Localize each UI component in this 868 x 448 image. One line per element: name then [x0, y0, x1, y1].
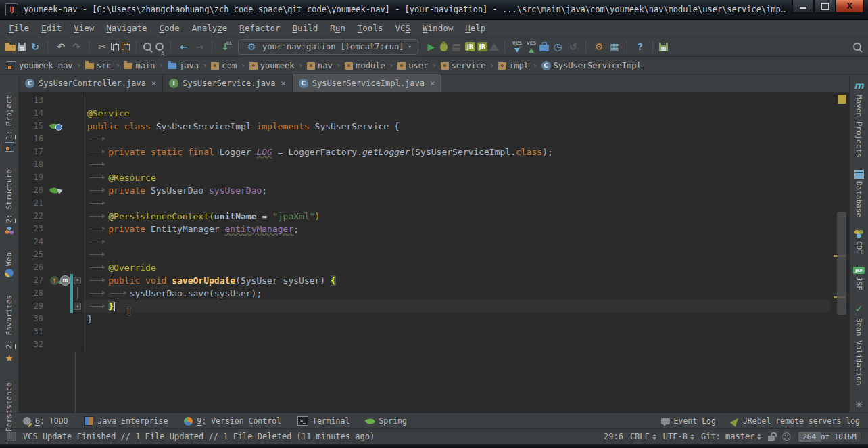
menu-view[interactable]: View [68, 21, 100, 35]
tool-button-2-structure[interactable]: 2: Structure [5, 169, 14, 234]
inspection-status-icon[interactable] [838, 95, 846, 104]
code-line[interactable]: 15public class SysUserServiceImpl implem… [19, 120, 830, 133]
menu-edit[interactable]: Edit [35, 21, 68, 35]
close-icon[interactable]: × [281, 79, 285, 88]
code-line[interactable]: 29▴} [19, 300, 830, 313]
code-text[interactable]: @PersistenceContext(unitName = "jpaXml") [82, 210, 830, 223]
unlock-icon[interactable] [768, 436, 775, 441]
code-line[interactable]: 26@Override [19, 261, 830, 274]
breadcrumb-item-youmeek[interactable]: youmeek [248, 60, 296, 71]
hector-inspector-icon[interactable]: ☺ [781, 432, 791, 442]
fold-column[interactable]: ▾ [73, 274, 82, 287]
close-button[interactable]: X [836, 0, 864, 13]
menu-vcs[interactable]: VCS [389, 21, 416, 35]
line-number[interactable]: 22 [19, 210, 50, 223]
sync-button[interactable]: ↻ [28, 40, 42, 53]
autowired-icon[interactable] [49, 186, 59, 195]
menu-window[interactable]: Window [416, 21, 459, 35]
line-ending-selector[interactable]: CRLF [630, 432, 656, 441]
menu-code[interactable]: Code [153, 21, 186, 35]
code-text[interactable]: public class SysUserServiceImpl implemen… [82, 120, 830, 133]
jrebel-sync-button[interactable] [659, 43, 668, 51]
code-line[interactable]: 25 [19, 248, 830, 261]
code-line[interactable]: 17private static final Logger LOG = Logg… [19, 145, 830, 158]
editor-empty-area[interactable] [75, 351, 830, 413]
line-number[interactable]: 27 [19, 274, 50, 287]
replace-button[interactable] [155, 42, 165, 52]
tool-button-2-favorites[interactable]: ★2: Favorites [3, 295, 16, 365]
code-text[interactable]: @Override [82, 261, 830, 274]
settings-button[interactable]: ⚙ [592, 40, 606, 53]
maximize-button[interactable] [814, 0, 836, 13]
code-text[interactable]: private static final Logger LOG = Logger… [82, 145, 830, 158]
encoding-selector[interactable]: UTF-8 [663, 432, 694, 441]
tool-button-cdi[interactable]: CDI [854, 229, 863, 254]
menu-help[interactable]: Help [459, 21, 491, 35]
project-structure-button[interactable]: ▦ [608, 40, 621, 53]
back-button[interactable]: ← [177, 40, 191, 53]
tool-button-jsf[interactable]: JSFJSF [853, 267, 865, 290]
line-number[interactable]: 20 [19, 184, 50, 197]
code-line[interactable]: 22@PersistenceContext(unitName = "jpaXml… [19, 210, 830, 223]
editor-scrollbar[interactable] [830, 93, 849, 413]
jrebel-off-button[interactable] [489, 43, 499, 51]
breadcrumb-item-youmeek-nav[interactable]: youmeek-nav [5, 60, 74, 71]
copy-button[interactable] [111, 43, 120, 51]
shelf-button[interactable] [539, 45, 549, 51]
code-line[interactable]: 27↑m▾public void saveOrUpdate(SysUser sy… [19, 274, 830, 287]
menu-refactor[interactable]: Refactor [233, 21, 286, 35]
line-number[interactable]: 25 [19, 248, 50, 261]
code-text[interactable]: } [82, 313, 830, 326]
breadcrumb-item-java[interactable]: java [166, 60, 200, 71]
menu-build[interactable]: Build [287, 21, 324, 35]
history-button[interactable]: ◷ [551, 40, 564, 53]
code-line[interactable]: 30} [19, 313, 830, 326]
tool-button-event-log[interactable]: Event Log [661, 416, 716, 426]
fold-column[interactable]: ▴ [73, 300, 82, 313]
coverage-button[interactable]: ▦ [450, 40, 463, 53]
line-number[interactable]: 14 [19, 107, 50, 120]
tool-window-toggle-icon[interactable] [7, 432, 16, 441]
debug-button[interactable] [440, 43, 448, 51]
code-line[interactable]: 14@Service [19, 107, 830, 120]
breadcrumb-item-com[interactable]: com [210, 60, 238, 71]
breadcrumb-item-sysuserserviceimpl[interactable]: CSysUserServiceImpl [540, 60, 643, 71]
line-number[interactable]: 28 [19, 287, 50, 300]
menu-tools[interactable]: Tools [352, 21, 389, 35]
code-text[interactable] [82, 248, 830, 261]
jrebel-debug-button[interactable]: JR [477, 42, 487, 51]
vcs-update-button[interactable]: VCS [511, 40, 523, 53]
menu-navigate[interactable]: Navigate [100, 21, 153, 35]
run-configuration-selector[interactable]: ⚙your-navigation [tomcat7:run]▾ [238, 39, 418, 55]
open-folder-button[interactable] [5, 45, 16, 51]
caret-position[interactable]: 29:6 [604, 432, 623, 441]
code-text[interactable]: @Service [82, 107, 830, 120]
tool-button-jrebel-remote-servers-log[interactable]: JRebel remote servers log [732, 416, 860, 426]
run-button[interactable]: ▶ [425, 40, 438, 53]
find-button[interactable] [143, 42, 153, 52]
line-number[interactable]: 30 [19, 313, 50, 326]
breadcrumb-item-main[interactable]: main [122, 60, 156, 71]
tool-button-terminal[interactable]: >_Terminal [297, 416, 349, 426]
scrollbar-thumb[interactable] [837, 212, 846, 315]
code-text[interactable]: @Resource [82, 171, 830, 184]
search-button[interactable] [852, 42, 863, 52]
code-text[interactable] [82, 133, 830, 145]
breadcrumb-item-src[interactable]: src [84, 60, 113, 71]
breadcrumb-item-impl[interactable]: impl [497, 60, 530, 71]
line-number[interactable]: 32 [19, 338, 50, 351]
menu-analyze[interactable]: Analyze [186, 21, 234, 35]
help-button[interactable]: ? [633, 40, 647, 53]
fold-marker[interactable]: ▴ [74, 303, 81, 310]
tool-button-spring[interactable]: Spring [366, 416, 407, 426]
spring-bean-icon[interactable] [49, 122, 59, 131]
code-text[interactable] [82, 197, 830, 210]
code-text[interactable] [82, 236, 830, 248]
code-line[interactable]: 24 [19, 236, 830, 248]
code-line[interactable]: 31 [19, 326, 830, 338]
code-text[interactable] [82, 94, 830, 107]
tool-button-6-todo[interactable]: 6: TODO [23, 416, 68, 426]
make-button[interactable]: ↓ [218, 40, 232, 53]
code-text[interactable]: private SysUserDao sysUserDao; [82, 184, 830, 197]
code-line[interactable]: 32 [19, 338, 830, 351]
